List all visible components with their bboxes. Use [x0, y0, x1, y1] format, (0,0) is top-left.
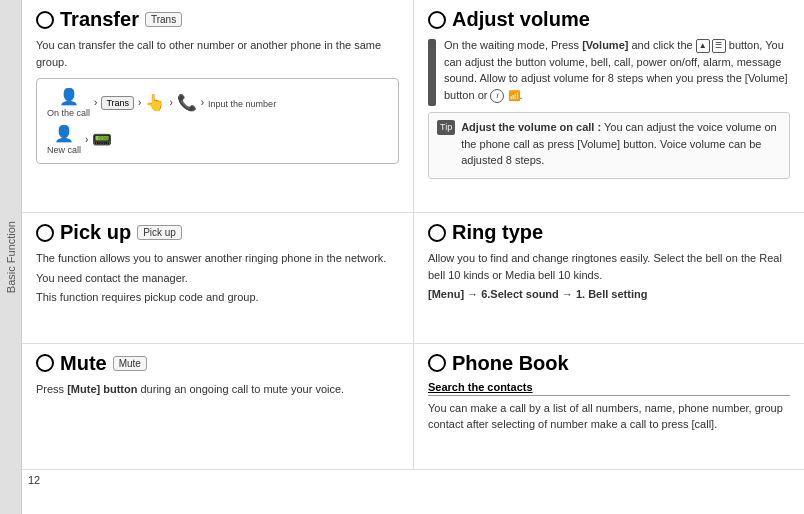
phonebook-circle-icon: [428, 354, 446, 372]
phonebook-title-row: Phone Book: [428, 352, 790, 375]
new-call-person: 👤 New call: [47, 124, 81, 155]
wifi-icon: 📶: [508, 88, 520, 103]
pickup-line2: You need contact the manager.: [36, 270, 399, 287]
arrow-1: ›: [94, 97, 97, 108]
mute-heading: Mute: [60, 352, 107, 375]
transfer-description: You can transfer the call to other numbe…: [36, 37, 399, 70]
arrow-5: ›: [85, 134, 88, 145]
hand-group: 👆: [145, 93, 165, 112]
tip-box: Tip Adjust the volume on call : You can …: [428, 112, 790, 179]
tip-label: Tip: [437, 120, 455, 135]
ringtype-circle-icon: [428, 224, 446, 242]
person-on-call: 👤 On the call: [47, 87, 90, 118]
tip-content: Adjust the volume on call : You can adju…: [461, 119, 781, 169]
trans-badge-group: Trans: [101, 96, 134, 110]
pickup-line3: This function requires pickup code and g…: [36, 289, 399, 306]
pickup-badge: Pick up: [137, 225, 182, 240]
mute-circle-icon: [36, 354, 54, 372]
adjust-volume-title-row: Adjust volume: [428, 8, 790, 31]
mute-title-row: Mute Mute: [36, 352, 399, 375]
person-icon-1: 👤: [59, 87, 79, 106]
ringtype-description: Allow you to find and change ringtones e…: [428, 250, 790, 283]
page-number: 12: [22, 470, 413, 514]
on-call-label: On the call: [47, 108, 90, 118]
hand-icon: 👆: [145, 93, 165, 112]
mute-description: Press [Mute] button during an ongoing ca…: [36, 381, 399, 398]
trans-badge-diagram: Trans: [101, 96, 134, 110]
transfer-title-row: Transfer Trans: [36, 8, 399, 31]
phone-icon-2: 📟: [92, 130, 112, 149]
adjust-volume-text: On the waiting mode, Press [Volume] and …: [444, 37, 790, 103]
arrow-4: ›: [201, 97, 204, 108]
ringtype-section: Ring type Allow you to find and change r…: [413, 213, 804, 343]
phonebook-description: You can make a call by a list of all num…: [428, 400, 790, 433]
phonebook-subheading: Search the contacts: [428, 381, 790, 396]
ringtype-menu-path: [Menu] → 6.Select sound → 1. Bell settin…: [428, 286, 790, 303]
bottom-right-spacer: [413, 470, 804, 514]
transfer-heading: Transfer: [60, 8, 139, 31]
phonebook-section: Phone Book Search the contacts You can m…: [413, 344, 804, 471]
phone-icon: 📞: [177, 93, 197, 112]
pickup-circle-icon: [36, 224, 54, 242]
phone-group: 📞: [177, 93, 197, 112]
adjust-volume-circle-icon: [428, 11, 446, 29]
transfer-diagram: 👤 On the call › Trans › 👆 › 📞 › Input th…: [36, 78, 399, 164]
sidebar-label: Basic Function: [5, 221, 17, 293]
transfer-circle-icon: [36, 11, 54, 29]
pickup-heading: Pick up: [60, 221, 131, 244]
vol-icon-1: ▲: [696, 39, 710, 53]
mute-badge: Mute: [113, 356, 147, 371]
pickup-section: Pick up Pick up The function allows you …: [22, 213, 413, 343]
pickup-title-row: Pick up Pick up: [36, 221, 399, 244]
vol-icon-group: ▲ ☰: [696, 39, 726, 53]
sidebar: Basic Function: [0, 0, 22, 514]
adjust-volume-heading: Adjust volume: [452, 8, 590, 31]
vol-icon-2: ☰: [712, 39, 726, 53]
input-number-group: Input the number: [208, 97, 276, 109]
ringtype-heading: Ring type: [452, 221, 543, 244]
adjust-volume-section: Adjust volume On the waiting mode, Press…: [413, 0, 804, 213]
new-call-label: New call: [47, 145, 81, 155]
volume-bold: [Volume]: [582, 39, 628, 51]
main-content: Transfer Trans You can transfer the call…: [22, 0, 804, 514]
mute-bold: [Mute] button: [67, 383, 137, 395]
arrow-2: ›: [138, 97, 141, 108]
pickup-line1: The function allows you to answer anothe…: [36, 250, 399, 267]
diagram-row-2: 👤 New call › 📟: [47, 124, 388, 155]
mute-section: Mute Mute Press [Mute] button during an …: [22, 344, 413, 471]
input-number-label: Input the number: [208, 99, 276, 109]
transfer-badge: Trans: [145, 12, 182, 27]
transfer-section: Transfer Trans You can transfer the call…: [22, 0, 413, 213]
diagram-row-1: 👤 On the call › Trans › 👆 › 📞 › Input th…: [47, 87, 388, 118]
adjust-text-block: On the waiting mode, Press [Volume] and …: [428, 37, 790, 106]
info-icon: i: [490, 89, 504, 103]
person-icon-2: 👤: [54, 124, 74, 143]
arrow-3: ›: [169, 97, 172, 108]
volume-bar: [428, 39, 436, 106]
ringtype-title-row: Ring type: [428, 221, 790, 244]
tip-title: Adjust the volume on call :: [461, 121, 601, 133]
phonebook-heading: Phone Book: [452, 352, 569, 375]
